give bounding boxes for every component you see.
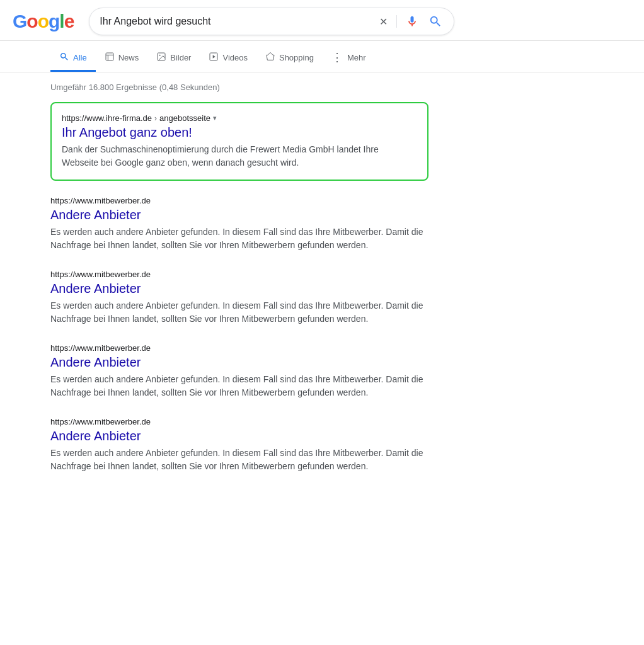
alle-icon — [59, 52, 69, 64]
result-description-3: Es werden auch andere Anbieter gefunden.… — [50, 447, 428, 473]
result-description-0: Es werden auch andere Anbieter gefunden.… — [50, 225, 428, 252]
header: Google ✕ — [0, 0, 644, 41]
result-description-1: Es werden auch andere Anbieter gefunden.… — [50, 299, 428, 326]
result-url-text-1: https://www.mitbewerber.de — [50, 270, 151, 279]
result-url-2: https://www.mitbewerber.de — [50, 343, 428, 353]
divider — [396, 15, 397, 28]
featured-url: https://www.ihre-firma.de › angebotsseit… — [62, 113, 417, 123]
search-icon — [428, 14, 442, 28]
tab-shopping-label: Shopping — [279, 53, 314, 62]
tab-alle-label: Alle — [73, 53, 87, 62]
news-icon — [105, 52, 115, 64]
result-description-2: Es werden auch andere Anbieter gefunden.… — [50, 373, 428, 399]
featured-url-text: https://www.ihre-firma.de — [62, 113, 152, 123]
search-input[interactable] — [100, 16, 373, 27]
nav-tabs: Alle News Bilder Videos Shopping ⋮ Mehr — [0, 41, 644, 72]
result-title-0[interactable]: Andere Anbieter — [50, 207, 428, 223]
tab-news-label: News — [118, 53, 139, 62]
result-title-2[interactable]: Andere Anbieter — [50, 354, 428, 370]
result-url-1: https://www.mitbewerber.de — [50, 270, 428, 279]
results-count: Umgefähr 16.800 Ergebnisse (0,48 Sekunde… — [50, 83, 428, 92]
result-item: https://www.mitbewerber.de Andere Anbiet… — [50, 417, 428, 473]
featured-dropdown-icon[interactable]: ▾ — [213, 114, 217, 122]
search-bar-icons: ✕ — [378, 13, 444, 30]
videos-icon — [209, 52, 219, 64]
search-bar: ✕ — [89, 8, 454, 35]
featured-url-path: angebotsseite — [159, 113, 210, 123]
svg-rect-0 — [106, 53, 113, 60]
shopping-icon — [265, 52, 275, 64]
mehr-icon: ⋮ — [331, 50, 343, 64]
result-item: https://www.mitbewerber.de Andere Anbiet… — [50, 343, 428, 399]
result-url-3: https://www.mitbewerber.de — [50, 417, 428, 426]
result-item: https://www.mitbewerber.de Andere Anbiet… — [50, 270, 428, 326]
result-url-0: https://www.mitbewerber.de — [50, 196, 428, 205]
tab-bilder-label: Bilder — [170, 53, 191, 62]
results-area: Umgefähr 16.800 Ergebnisse (0,48 Sekunde… — [0, 72, 479, 501]
featured-title[interactable]: Ihr Angebot ganz oben! — [62, 124, 417, 140]
tab-mehr-label: Mehr — [347, 53, 366, 62]
search-button[interactable] — [427, 13, 444, 30]
mic-icon — [406, 15, 418, 28]
result-title-3[interactable]: Andere Anbieter — [50, 428, 428, 444]
svg-point-4 — [159, 54, 161, 55]
result-item: https://www.mitbewerber.de Andere Anbiet… — [50, 196, 428, 252]
svg-marker-6 — [213, 55, 216, 58]
tab-mehr[interactable]: ⋮ Mehr — [323, 44, 375, 72]
google-logo: Google — [13, 11, 74, 32]
bilder-icon — [156, 52, 166, 64]
featured-description: Dank der Suchmaschinenoptimierung durch … — [62, 143, 417, 169]
result-url-text-2: https://www.mitbewerber.de — [50, 343, 151, 353]
tab-news[interactable]: News — [96, 45, 148, 72]
result-url-text-0: https://www.mitbewerber.de — [50, 196, 151, 205]
tab-alle[interactable]: Alle — [50, 45, 96, 72]
mic-button[interactable] — [405, 14, 420, 29]
featured-result: https://www.ihre-firma.de › angebotsseit… — [50, 102, 428, 181]
chevron-separator: › — [154, 114, 157, 123]
regular-results: https://www.mitbewerber.de Andere Anbiet… — [50, 196, 428, 473]
tab-videos-label: Videos — [222, 53, 248, 62]
clear-button[interactable]: ✕ — [378, 14, 389, 29]
tab-bilder[interactable]: Bilder — [147, 45, 200, 72]
result-url-text-3: https://www.mitbewerber.de — [50, 417, 151, 426]
result-title-1[interactable]: Andere Anbieter — [50, 280, 428, 297]
tab-shopping[interactable]: Shopping — [256, 45, 323, 72]
tab-videos[interactable]: Videos — [200, 45, 256, 72]
